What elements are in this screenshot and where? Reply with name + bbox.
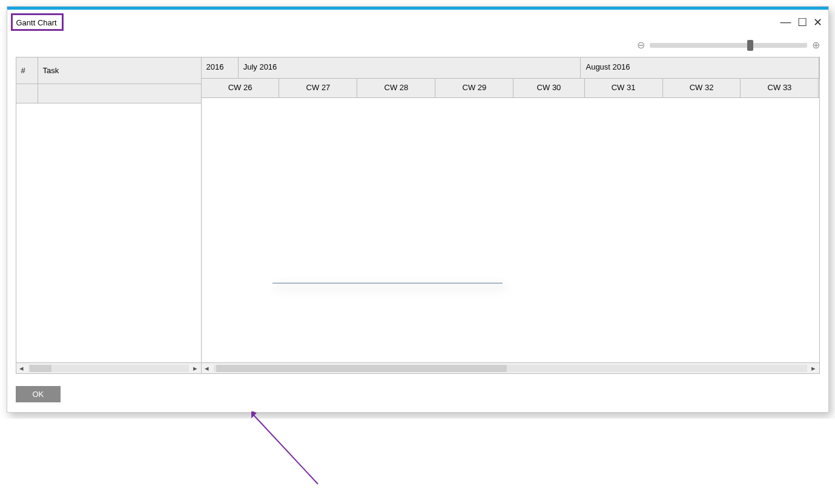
scroll-left-icon[interactable]: ◂ (202, 364, 213, 373)
task-list-body (16, 103, 201, 362)
zoom-thumb[interactable] (747, 40, 753, 51)
timeline-header: 2016July 2016August 2016 CW 26CW 27CW 28… (202, 57, 819, 98)
week-header[interactable]: CW 32 (663, 79, 741, 97)
month-header: August 2016 (581, 57, 819, 78)
week-header[interactable]: CW 29 (435, 79, 513, 97)
context-menu (272, 283, 503, 284)
close-icon[interactable]: ✕ (813, 16, 822, 29)
gantt-container: # Task ◂ ▸ 2016July 2016August 2016 CW 2… (16, 57, 820, 374)
zoom-out-icon[interactable]: ⊖ (637, 39, 645, 51)
week-header[interactable]: CW 30 (513, 79, 584, 97)
month-header: July 2016 (239, 57, 581, 78)
zoom-in-icon[interactable]: ⊕ (812, 39, 820, 51)
footer: OK (7, 374, 828, 412)
week-header[interactable]: CW 33 (741, 79, 819, 97)
scroll-left-icon[interactable]: ◂ (16, 364, 27, 373)
task-list-hscroll[interactable]: ◂ ▸ (16, 362, 201, 373)
minimize-icon[interactable]: — (781, 16, 791, 28)
zoom-slider[interactable] (650, 43, 807, 48)
col-header-number[interactable]: # (16, 57, 38, 83)
window-title-highlight: Gantt Chart (11, 13, 64, 31)
timeline-hscroll[interactable]: ◂ ▸ (202, 362, 819, 373)
timeline-body[interactable] (202, 98, 819, 362)
week-header[interactable]: CW 27 (279, 79, 357, 97)
week-header[interactable]: CW 28 (357, 79, 435, 97)
gantt-window: Gantt Chart — ☐ ✕ ⊖ ⊕ # Task ◂ (7, 6, 829, 413)
col-header-task[interactable]: Task (38, 57, 201, 83)
svg-line-0 (252, 414, 318, 419)
year-header: 2016 (202, 57, 239, 78)
zoom-toolbar: ⊖ ⊕ (7, 36, 828, 57)
week-header[interactable]: CW 31 (585, 79, 663, 97)
window-title: Gantt Chart (16, 18, 57, 27)
scroll-right-icon[interactable]: ▸ (190, 364, 201, 373)
scroll-right-icon[interactable]: ▸ (808, 364, 819, 373)
week-header[interactable]: CW 26 (202, 79, 280, 97)
ok-button[interactable]: OK (16, 386, 61, 402)
task-list-header: # Task (16, 57, 201, 84)
task-list-pane: # Task ◂ ▸ (16, 57, 202, 373)
maximize-icon[interactable]: ☐ (797, 16, 807, 29)
timeline-pane: 2016July 2016August 2016 CW 26CW 27CW 28… (202, 57, 819, 373)
titlebar: Gantt Chart — ☐ ✕ (7, 10, 828, 36)
